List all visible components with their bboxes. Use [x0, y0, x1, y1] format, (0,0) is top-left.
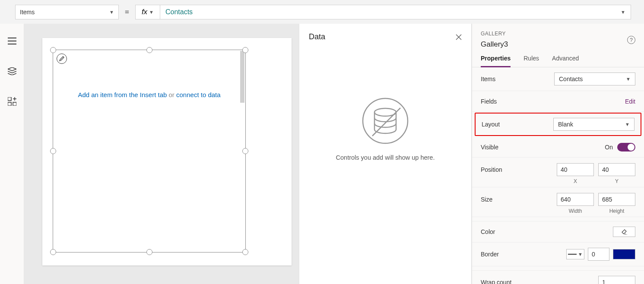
size-width-input[interactable]	[557, 193, 594, 206]
spacer	[472, 217, 644, 221]
wrap-count-label: Wrap count	[481, 279, 511, 284]
insert-tab-link[interactable]: Add an item from the Insert tab	[78, 91, 167, 98]
color-picker[interactable]	[613, 227, 635, 237]
fields-edit-link[interactable]: Edit	[625, 98, 635, 105]
help-icon: ?	[630, 37, 633, 43]
resize-handle[interactable]	[242, 249, 248, 255]
border-label: Border	[481, 251, 499, 258]
position-y-caption: Y	[598, 178, 635, 184]
close-button[interactable]	[456, 34, 462, 40]
items-row: Items Contacts ▼	[472, 67, 644, 91]
property-panel-header: GALLERY Gallery3 ?	[472, 24, 644, 49]
hamburger-menu-button[interactable]	[0, 32, 24, 50]
data-pane: Data Controls you add will show up here.	[299, 24, 472, 284]
fields-row: Fields Edit	[472, 91, 644, 112]
pencil-icon	[59, 56, 64, 61]
equals-label: =	[125, 8, 129, 16]
size-inputs	[557, 193, 635, 206]
data-pane-title: Data	[309, 32, 325, 41]
resize-handle[interactable]	[146, 47, 152, 53]
visible-value: On	[605, 144, 613, 151]
formula-text: Contacts	[165, 8, 193, 16]
tab-rules[interactable]: Rules	[523, 55, 539, 67]
chevron-down-icon: ▼	[578, 252, 583, 257]
hint-or: or	[167, 91, 176, 98]
layout-dropdown[interactable]: Blank ▼	[553, 118, 634, 131]
position-label: Position	[481, 166, 502, 173]
insert-button[interactable]	[0, 93, 24, 110]
border-width-input[interactable]	[588, 248, 609, 261]
control-category: GALLERY	[481, 31, 635, 37]
border-row: Border ▼	[472, 243, 644, 266]
gallery-hint: Add an item from the Insert tab or conne…	[53, 91, 245, 98]
layout-label: Layout	[482, 121, 500, 128]
gallery-control[interactable]: Add an item from the Insert tab or conne…	[53, 50, 246, 252]
spacer	[472, 266, 644, 271]
layers-icon	[8, 67, 16, 75]
resize-handle[interactable]	[50, 148, 56, 154]
position-x-caption: X	[557, 178, 594, 184]
position-y-input[interactable]	[598, 163, 635, 176]
position-inputs	[557, 163, 635, 176]
tab-advanced[interactable]: Advanced	[552, 55, 579, 67]
property-dropdown[interactable]: Items ▼	[15, 5, 119, 19]
size-width-caption: Width	[557, 208, 594, 214]
visible-label: Visible	[481, 144, 498, 151]
data-empty-state: Controls you add will show up here.	[299, 97, 471, 161]
property-panel: GALLERY Gallery3 ? Properties Rules Adva…	[472, 24, 644, 284]
visible-toggle[interactable]	[617, 143, 635, 151]
fx-button[interactable]: fx ▼	[135, 5, 160, 19]
left-rail	[0, 24, 24, 284]
position-x-input[interactable]	[557, 163, 594, 176]
svg-rect-5	[13, 102, 16, 106]
wrap-count-row: Wrap count	[472, 271, 644, 284]
control-name[interactable]: Gallery3	[481, 40, 635, 49]
size-height-caption: Height	[598, 208, 635, 214]
tree-view-button[interactable]	[0, 63, 24, 80]
visible-toggle-wrap: On	[605, 143, 635, 151]
border-controls: ▼	[566, 248, 635, 261]
svg-rect-2	[8, 44, 16, 44]
paint-icon	[621, 229, 627, 235]
formula-input[interactable]: Contacts ▼	[160, 5, 631, 19]
chevron-down-icon: ▼	[149, 9, 154, 15]
size-row: Size	[472, 187, 644, 208]
line-icon	[568, 254, 577, 255]
border-style-dropdown[interactable]: ▼	[566, 249, 584, 259]
resize-handle[interactable]	[242, 47, 248, 53]
tab-properties[interactable]: Properties	[481, 55, 511, 67]
svg-rect-4	[8, 102, 11, 106]
resize-handle[interactable]	[50, 249, 56, 255]
size-height-input[interactable]	[598, 193, 635, 206]
resize-handle[interactable]	[50, 47, 56, 53]
edit-button[interactable]	[57, 54, 67, 64]
svg-rect-1	[8, 41, 16, 41]
resize-handle[interactable]	[242, 148, 248, 154]
position-row: Position	[472, 158, 644, 178]
items-dropdown[interactable]: Contacts ▼	[554, 73, 635, 85]
chevron-down-icon: ▼	[109, 9, 114, 15]
wrap-count-input[interactable]	[598, 276, 635, 284]
property-body: Items Contacts ▼ Fields Edit Layout Blan…	[472, 67, 644, 284]
fx-label: fx	[142, 8, 147, 16]
resize-handle[interactable]	[146, 249, 152, 255]
data-empty-caption: Controls you add will show up here.	[299, 154, 471, 161]
connect-data-link[interactable]: connect to data	[176, 91, 221, 98]
help-button[interactable]: ?	[627, 36, 635, 44]
formula-bar: Items ▼ = fx ▼ Contacts ▼	[0, 0, 644, 24]
border-color-picker[interactable]	[613, 249, 635, 259]
chevron-down-icon: ▼	[626, 76, 631, 82]
canvas-area: Add an item from the Insert tab or conne…	[24, 24, 299, 284]
items-value: Contacts	[559, 76, 583, 82]
database-empty-icon	[299, 97, 471, 145]
position-captions: X Y	[472, 178, 644, 187]
chevron-down-icon: ▼	[621, 9, 625, 15]
layout-value: Blank	[558, 121, 573, 128]
data-pane-header: Data	[299, 24, 471, 50]
property-dropdown-label: Items	[20, 9, 35, 16]
grid-plus-icon	[8, 97, 16, 106]
hamburger-icon	[8, 38, 16, 44]
close-icon	[456, 34, 462, 40]
canvas-page[interactable]: Add an item from the Insert tab or conne…	[42, 38, 292, 265]
color-row: Color	[472, 221, 644, 243]
